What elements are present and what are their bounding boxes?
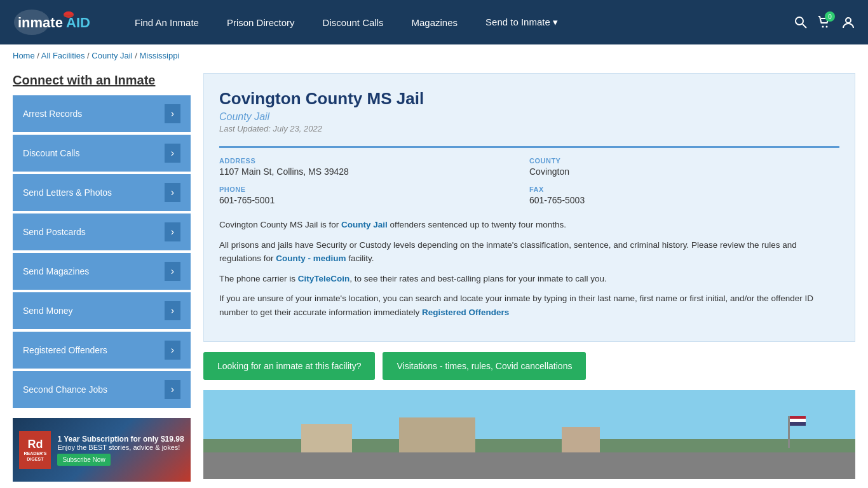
arrow-icon: › (165, 104, 180, 123)
fax-value: 601-765-5003 (529, 195, 827, 205)
breadcrumb-mississippi[interactable]: Mississippi (139, 51, 179, 60)
nav-links: Find An Inmate Prison Directory Discount… (121, 0, 794, 44)
phone-value: 601-765-5001 (219, 195, 517, 205)
content-area: Covington County MS Jail County Jail Las… (203, 73, 855, 482)
nav-prison-directory[interactable]: Prison Directory (213, 0, 309, 44)
facility-name: Covington County MS Jail (219, 89, 839, 109)
sidebar-label-send-magazines: Send Magazines (23, 266, 89, 276)
svg-rect-5 (64, 15, 73, 17)
svg-line-7 (803, 24, 806, 28)
sidebar-item-registered-offenders[interactable]: Registered Offenders › (13, 332, 191, 369)
sidebar-label-send-money: Send Money (23, 306, 73, 316)
flag-icon (790, 416, 806, 426)
sidebar-ad: Rd READER'SDIGEST 1 Year Subscription fo… (13, 418, 191, 482)
sidebar-item-send-letters[interactable]: Send Letters & Photos › (13, 174, 191, 211)
sidebar-label-arrest-records: Arrest Records (23, 109, 82, 119)
desc4-text: If you are unsure of your inmate's locat… (219, 294, 813, 317)
sidebar-label-send-letters: Send Letters & Photos (23, 187, 112, 198)
facility-description: Covington County MS Jail is for County J… (219, 218, 839, 320)
ad-text: 1 Year Subscription for only $19.98 Enjo… (57, 435, 184, 466)
sidebar-label-send-postcards: Send Postcards (23, 227, 86, 237)
ad-line2: Enjoy the BEST stories, advice & jokes! (57, 444, 180, 451)
arrow-icon: › (165, 262, 180, 281)
breadcrumb-all-facilities[interactable]: All Facilities (41, 51, 85, 60)
address-col: ADDRESS 1107 Main St, Collins, MS 39428 (219, 157, 529, 177)
breadcrumb: Home / All Facilities / County Jail / Mi… (0, 44, 868, 67)
description-p4: If you are unsure of your inmate's locat… (219, 292, 839, 319)
main-nav: inmate AID Find An Inmate Prison Directo… (0, 0, 868, 44)
fax-label: FAX (529, 186, 827, 193)
svg-point-9 (826, 26, 828, 28)
desc3-text: The phone carrier is (219, 274, 298, 283)
sidebar-item-discount-calls[interactable]: Discount Calls › (13, 135, 191, 172)
facility-type: County Jail (219, 111, 839, 123)
find-inmate-button[interactable]: Looking for an inmate at this facility? (203, 352, 375, 380)
facility-contact: PHONE 601-765-5001 FAX 601-765-5003 (219, 186, 839, 205)
sidebar-label-discount-calls: Discount Calls (23, 148, 79, 158)
county-value: Covington (529, 166, 827, 177)
description-p3: The phone carrier is CityTeleCoin, to se… (219, 272, 839, 286)
action-buttons: Looking for an inmate at this facility? … (203, 352, 855, 380)
nav-find-inmate[interactable]: Find An Inmate (121, 0, 213, 44)
cart-badge: 0 (825, 11, 835, 22)
sidebar-item-second-chance-jobs[interactable]: Second Chance Jobs › (13, 371, 191, 408)
sidebar-item-send-magazines[interactable]: Send Magazines › (13, 253, 191, 290)
fax-col: FAX 601-765-5003 (529, 186, 839, 205)
user-button[interactable] (841, 15, 855, 29)
nav-send-to-inmate[interactable]: Send to Inmate ▾ (471, 0, 572, 44)
citytelecoin-link[interactable]: CityTeleCoin (298, 274, 350, 283)
search-button[interactable] (794, 16, 807, 29)
phone-col: PHONE 601-765-5001 (219, 186, 529, 205)
sidebar-label-registered-offenders: Registered Offenders (23, 345, 107, 355)
county-medium-link[interactable]: County - medium (276, 254, 346, 263)
breadcrumb-county-jail[interactable]: County Jail (92, 51, 132, 60)
registered-offenders-link[interactable]: Registered Offenders (422, 308, 509, 317)
description-p2: All prisons and jails have Security or C… (219, 238, 839, 266)
facility-image (203, 390, 855, 479)
subscribe-button[interactable]: Subscribe Now (57, 454, 110, 466)
address-label: ADDRESS (219, 157, 517, 165)
svg-point-8 (822, 26, 824, 28)
building-silhouette-1 (301, 424, 352, 452)
svg-text:inmate: inmate (18, 15, 63, 30)
sidebar-item-send-postcards[interactable]: Send Postcards › (13, 214, 191, 250)
facility-info: ADDRESS 1107 Main St, Collins, MS 39428 … (219, 146, 839, 177)
building-silhouette-2 (399, 417, 475, 452)
phone-label: PHONE (219, 186, 517, 193)
ad-logo-sub: READER'SDIGEST (24, 451, 46, 462)
breadcrumb-home[interactable]: Home (13, 51, 35, 60)
nav-icons: 0 (794, 15, 855, 29)
address-value: 1107 Main St, Collins, MS 39428 (219, 166, 517, 177)
ad-logo-letters: Rd (27, 438, 43, 451)
sidebar-item-arrest-records[interactable]: Arrest Records › (13, 95, 191, 132)
county-jail-link[interactable]: County Jail (341, 220, 388, 229)
sidebar: Connect with an Inmate Arrest Records › … (13, 73, 191, 482)
desc1-text: Covington County MS Jail is for (219, 220, 341, 229)
visitation-button[interactable]: Visitations - times, rules, Covid cancel… (383, 352, 586, 380)
arrow-icon: › (165, 380, 180, 399)
svg-point-10 (846, 18, 851, 23)
sidebar-item-send-money[interactable]: Send Money › (13, 292, 191, 329)
county-col: COUNTY Covington (529, 157, 839, 177)
ad-line1: 1 Year Subscription for only $19.98 (57, 435, 184, 444)
description-p1: Covington County MS Jail is for County J… (219, 218, 839, 232)
desc1-rest: offenders sentenced up to twenty four mo… (388, 220, 566, 229)
nav-magazines[interactable]: Magazines (397, 0, 471, 44)
arrow-icon: › (165, 183, 180, 202)
nav-discount-calls[interactable]: Discount Calls (309, 0, 398, 44)
desc2-rest: facility. (346, 254, 374, 263)
arrow-icon: › (165, 301, 180, 320)
facility-card: Covington County MS Jail County Jail Las… (203, 73, 855, 342)
sidebar-title: Connect with an Inmate (13, 73, 191, 88)
arrow-icon: › (165, 222, 180, 241)
sidebar-label-second-chance-jobs: Second Chance Jobs (23, 384, 107, 395)
sidebar-menu: Arrest Records › Discount Calls › Send L… (13, 95, 191, 408)
facility-last-updated: Last Updated: July 23, 2022 (219, 124, 839, 133)
cart-button[interactable]: 0 (817, 15, 831, 29)
arrow-icon: › (165, 144, 180, 163)
flag-pole (788, 416, 790, 448)
svg-point-6 (796, 17, 803, 25)
site-logo[interactable]: inmate AID (13, 8, 95, 36)
arrow-icon: › (165, 341, 180, 360)
building-silhouette-3 (562, 427, 600, 452)
